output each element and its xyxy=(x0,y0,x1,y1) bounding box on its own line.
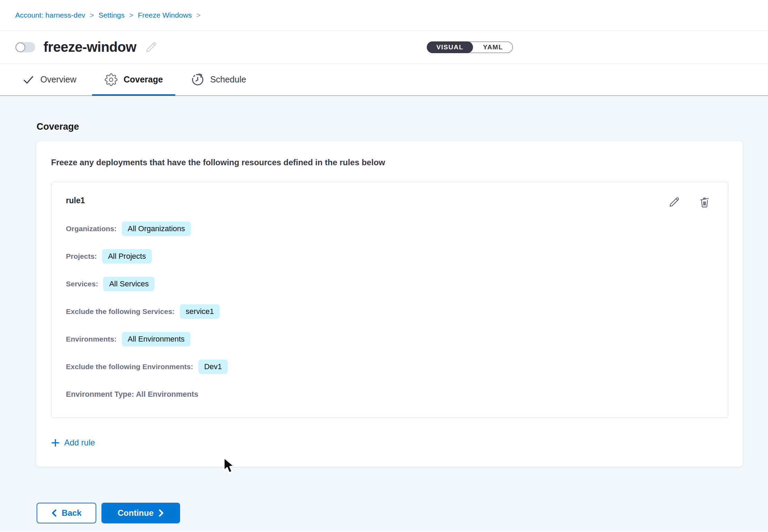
mode-yaml-button[interactable]: YAML xyxy=(473,41,513,53)
add-rule-label: Add rule xyxy=(64,438,95,447)
rule-row: Services: All Services xyxy=(66,277,713,291)
tab-overview[interactable]: Overview xyxy=(10,64,89,95)
plus-icon xyxy=(51,439,60,447)
tab-label: Overview xyxy=(40,75,76,85)
breadcrumb-account-link[interactable]: Account: harness-dev xyxy=(15,11,85,19)
rule-actions xyxy=(668,196,711,208)
breadcrumb-separator: > xyxy=(196,11,200,19)
coverage-card: Freeze any deployments that have the fol… xyxy=(36,141,743,467)
rule-row: Environment Type: All Environments xyxy=(66,387,713,402)
page-header: freeze-window VISUAL YAML xyxy=(0,31,768,64)
footer-buttons: Back Continue xyxy=(37,503,768,523)
coverage-content: Coverage Freeze any deployments that hav… xyxy=(0,96,768,531)
schedule-clock-icon xyxy=(191,73,204,86)
rule-name: rule1 xyxy=(66,196,668,205)
rule-row-badge: All Services xyxy=(103,277,155,291)
rule-row-label: Services: xyxy=(66,280,98,288)
section-title: Coverage xyxy=(37,121,768,132)
rule-row: Projects: All Projects xyxy=(66,249,713,264)
add-rule-button[interactable]: Add rule xyxy=(51,438,95,447)
rule-row-label: Exclude the following Environments: xyxy=(66,363,193,371)
breadcrumb-settings-link[interactable]: Settings xyxy=(98,11,125,19)
tab-bar: Overview Coverage Schedule xyxy=(0,64,768,96)
rule-row-label: Projects: xyxy=(66,252,97,260)
rule-rows: Organizations: All Organizations Project… xyxy=(66,221,713,402)
visual-yaml-switch: VISUAL YAML xyxy=(427,41,513,53)
rule-row-label: Environment Type: All Environments xyxy=(66,390,198,399)
rule-row-badge: Dev1 xyxy=(198,359,228,374)
continue-button[interactable]: Continue xyxy=(101,503,180,523)
breadcrumb-freeze-windows-link[interactable]: Freeze Windows xyxy=(138,11,192,19)
delete-rule-trash-icon[interactable] xyxy=(698,196,711,208)
breadcrumb-bar: Account: harness-dev > Settings > Freeze… xyxy=(0,0,768,31)
toggle-knob xyxy=(16,42,25,52)
rule-row-label: Environments: xyxy=(66,335,117,343)
rule-row-badge: All Projects xyxy=(102,249,152,264)
tab-label: Coverage xyxy=(124,75,163,85)
rule-row: Exclude the following Services: service1 xyxy=(66,304,713,319)
breadcrumb-separator: > xyxy=(129,11,133,19)
rule-row-badge: All Organizations xyxy=(122,221,191,236)
mode-visual-button[interactable]: VISUAL xyxy=(427,41,473,53)
gear-icon xyxy=(105,73,118,86)
tab-label: Schedule xyxy=(210,75,246,85)
check-icon xyxy=(22,73,35,86)
continue-button-label: Continue xyxy=(118,508,154,518)
page-title: freeze-window xyxy=(43,39,136,55)
back-button[interactable]: Back xyxy=(37,503,96,523)
chevron-left-icon xyxy=(51,509,57,517)
rule-row-badge: All Environments xyxy=(122,332,190,346)
rule-row-badge: service1 xyxy=(180,304,220,319)
tab-coverage[interactable]: Coverage xyxy=(92,64,175,95)
edit-rule-pencil-icon[interactable] xyxy=(668,196,680,208)
rule-card: rule1 xyxy=(51,182,728,418)
rule-row-label: Exclude the following Services: xyxy=(66,307,175,316)
rule-row: Exclude the following Environments: Dev1 xyxy=(66,359,713,374)
freeze-enable-toggle[interactable] xyxy=(15,42,35,52)
edit-title-pencil-icon[interactable] xyxy=(145,41,158,54)
tab-schedule[interactable]: Schedule xyxy=(179,64,258,95)
back-button-label: Back xyxy=(62,508,81,518)
chevron-right-icon xyxy=(158,509,164,517)
coverage-card-heading: Freeze any deployments that have the fol… xyxy=(51,158,728,167)
breadcrumb-separator: > xyxy=(90,11,94,19)
rule-row: Environments: All Environments xyxy=(66,332,713,346)
rule-row: Organizations: All Organizations xyxy=(66,221,713,236)
breadcrumb: Account: harness-dev > Settings > Freeze… xyxy=(15,11,200,19)
rule-row-label: Organizations: xyxy=(66,225,117,233)
